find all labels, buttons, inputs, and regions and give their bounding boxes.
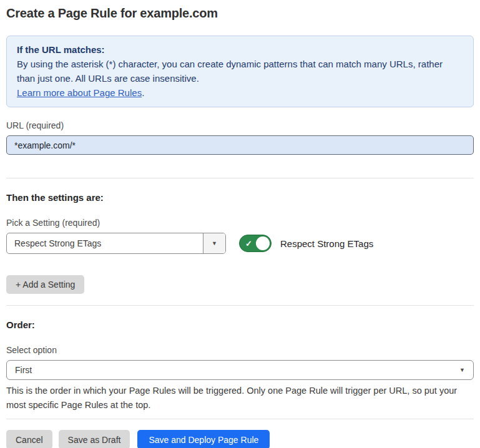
setting-select-value: Respect Strong ETags xyxy=(7,233,203,253)
order-select[interactable]: First ▼ xyxy=(6,360,474,380)
setting-toggle-label: Respect Strong ETags xyxy=(280,238,373,249)
url-match-info-box: If the URL matches: By using the asteris… xyxy=(6,36,474,107)
check-icon: ✓ xyxy=(245,240,252,248)
divider xyxy=(6,419,474,419)
order-section-heading: Order: xyxy=(6,319,474,331)
chevron-down-icon: ▼ xyxy=(212,240,217,246)
pick-setting-label: Pick a Setting (required) xyxy=(6,218,474,228)
info-box-heading: If the URL matches: xyxy=(17,42,463,57)
create-page-rule-form: Create a Page Rule for example.com If th… xyxy=(0,0,480,448)
settings-section-heading: Then the settings are: xyxy=(6,192,474,203)
page-title: Create a Page Rule for example.com xyxy=(6,5,474,21)
divider xyxy=(6,178,474,178)
order-help-text: This is the order in which your Page Rul… xyxy=(6,384,474,412)
url-label: URL (required) xyxy=(6,120,474,131)
order-select-value: First xyxy=(15,365,32,375)
add-setting-button[interactable]: + Add a Setting xyxy=(6,275,84,294)
url-input[interactable] xyxy=(6,135,474,155)
divider xyxy=(6,305,474,306)
order-select-label: Select option xyxy=(6,345,474,356)
save-as-draft-button[interactable]: Save as Draft xyxy=(59,430,130,448)
setting-toggle[interactable]: ✓ xyxy=(239,235,272,252)
setting-select-dropdown-button[interactable]: ▼ xyxy=(203,233,225,253)
info-link-line: Learn more about Page Rules. xyxy=(17,85,463,100)
cancel-button[interactable]: Cancel xyxy=(6,430,52,448)
setting-select[interactable]: Respect Strong ETags ▼ xyxy=(6,233,226,254)
chevron-down-icon: ▼ xyxy=(459,367,465,373)
toggle-knob xyxy=(256,236,270,250)
setting-row: Respect Strong ETags ▼ ✓ Respect Strong … xyxy=(6,233,474,254)
setting-toggle-group: ✓ Respect Strong ETags xyxy=(239,235,373,252)
info-box-body: By using the asterisk (*) character, you… xyxy=(17,57,463,85)
learn-more-link[interactable]: Learn more about Page Rules xyxy=(17,87,142,98)
form-actions: Cancel Save as Draft Save and Deploy Pag… xyxy=(6,430,474,448)
link-suffix: . xyxy=(142,87,144,98)
save-and-deploy-button[interactable]: Save and Deploy Page Rule xyxy=(137,430,270,448)
